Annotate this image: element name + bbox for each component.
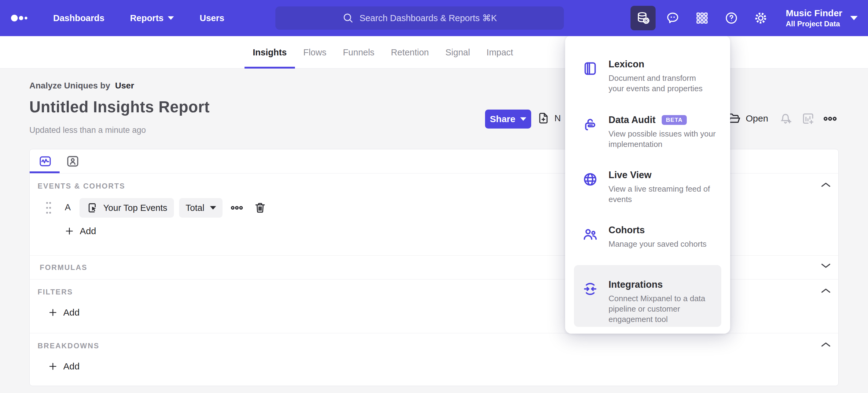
event-row-more-button[interactable]	[230, 201, 244, 215]
add-filter-button[interactable]: Add	[48, 307, 80, 318]
filters-collapse-button[interactable]	[820, 287, 831, 294]
project-scope: All Project Data	[786, 20, 842, 28]
menu-item-lexicon[interactable]: Lexicon Document and transform your even…	[582, 59, 717, 94]
tab-retention[interactable]: Retention	[383, 36, 437, 68]
add-to-dashboard-button[interactable]	[801, 111, 815, 126]
event-cursor-icon	[86, 202, 98, 214]
topbar-tools: Music Finder All Project Data	[630, 0, 868, 36]
integrations-sync-icon	[582, 281, 598, 297]
new-report-button[interactable]: N	[537, 111, 561, 125]
menu-item-cohorts[interactable]: Cohorts Manage your saved cohorts	[582, 225, 717, 249]
nav-users[interactable]: Users	[190, 0, 234, 36]
metric-selector-label: Total	[186, 203, 204, 213]
search-icon	[342, 12, 354, 24]
lock-audit-icon	[582, 116, 598, 132]
tab-flows[interactable]: Flows	[295, 36, 335, 68]
analyze-entity-dropdown[interactable]: User	[115, 81, 134, 91]
filters-section-label: FILTERS	[38, 288, 73, 296]
formulas-expand-button[interactable]	[820, 262, 831, 269]
events-collapse-button[interactable]	[820, 181, 831, 188]
top-nav: Dashboards Reports Users	[44, 0, 234, 36]
data-management-button[interactable]	[630, 6, 656, 30]
analyze-label: Analyze Uniques by	[29, 81, 110, 91]
create-alert-button[interactable]	[779, 111, 794, 126]
add-event-button[interactable]: Add	[64, 226, 96, 236]
document-plus-icon	[537, 111, 550, 125]
tab-insights[interactable]: Insights	[245, 36, 295, 68]
plus-icon	[64, 226, 74, 236]
plus-icon	[48, 362, 58, 371]
tab-metrics-view[interactable]	[38, 153, 53, 169]
bell-plus-icon	[779, 111, 794, 126]
project-name: Music Finder	[786, 8, 842, 18]
report-updated-timestamp: Updated less than a minute ago	[29, 125, 146, 135]
nav-users-label: Users	[199, 13, 224, 23]
top-bar: Dashboards Reports Users Search Dashboar…	[0, 0, 868, 36]
event-selector[interactable]: Your Top Events	[80, 198, 174, 218]
caret-down-icon	[210, 206, 216, 210]
project-switcher[interactable]: Music Finder All Project Data	[786, 8, 858, 28]
feedback-bubble-icon	[666, 11, 680, 25]
more-horizontal-icon	[230, 201, 244, 215]
events-section-label: EVENTS & COHORTS	[38, 182, 125, 190]
report-tabs: Insights Flows Funnels Retention Signal …	[245, 36, 521, 68]
chevron-up-icon	[820, 341, 831, 348]
user-card-icon	[66, 154, 80, 168]
settings-button[interactable]	[746, 0, 775, 36]
chevron-up-icon	[820, 181, 831, 188]
event-row-letter: A	[65, 202, 71, 213]
tab-signal[interactable]: Signal	[437, 36, 478, 68]
help-icon	[724, 11, 738, 25]
breakdowns-section-label: BREAKDOWNS	[38, 342, 99, 350]
globe-icon	[582, 171, 598, 187]
new-report-label: N	[554, 113, 561, 123]
open-report-button[interactable]: Open	[727, 111, 768, 125]
lexicon-book-icon	[582, 61, 598, 77]
grid-icon	[695, 11, 709, 25]
beta-badge: BETA	[662, 115, 687, 125]
nav-reports-label: Reports	[130, 13, 164, 23]
chevron-up-icon	[820, 287, 831, 294]
feedback-button[interactable]	[658, 0, 687, 36]
search-placeholder: Search Dashboards & Reports ⌘K	[360, 13, 497, 23]
caret-down-icon	[520, 117, 526, 121]
more-horizontal-icon	[823, 111, 837, 126]
breakdowns-collapse-button[interactable]	[820, 341, 831, 348]
tab-funnels[interactable]: Funnels	[335, 36, 383, 68]
share-button[interactable]: Share	[485, 110, 531, 129]
nav-reports[interactable]: Reports	[121, 0, 183, 36]
apps-grid-button[interactable]	[687, 0, 717, 36]
data-management-menu: Lexicon Document and transform your even…	[565, 35, 730, 334]
gear-icon	[754, 11, 768, 25]
caret-down-icon	[168, 16, 174, 20]
menu-item-live-view[interactable]: Live View View a live streaming feed of …	[582, 170, 717, 204]
open-report-label: Open	[746, 113, 768, 124]
tab-impact[interactable]: Impact	[478, 36, 521, 68]
add-breakdown-button[interactable]: Add	[48, 361, 80, 371]
analyze-row: Analyze Uniques by User	[29, 81, 134, 91]
chevron-down-icon	[820, 262, 831, 269]
pulse-chart-icon	[38, 154, 52, 168]
help-button[interactable]	[717, 0, 746, 36]
metric-selector[interactable]: Total	[179, 198, 222, 218]
drag-handle-icon[interactable]	[45, 200, 52, 216]
tab-users-view[interactable]	[65, 153, 81, 169]
more-actions-button[interactable]	[823, 111, 837, 126]
nav-dashboards[interactable]: Dashboards	[44, 0, 114, 36]
report-type-nav: Insights Flows Funnels Retention Signal …	[0, 36, 868, 68]
report-title[interactable]: Untitled Insights Report	[29, 98, 210, 116]
search-input[interactable]: Search Dashboards & Reports ⌘K	[275, 6, 564, 30]
caret-down-icon	[850, 16, 858, 20]
plus-icon	[48, 308, 58, 317]
mixpanel-logo-icon[interactable]	[11, 0, 34, 36]
event-row-delete-button[interactable]	[253, 200, 267, 215]
database-gear-icon	[636, 11, 650, 25]
formulas-section-label: FORMULAS	[40, 263, 87, 272]
trash-icon	[253, 200, 267, 215]
app-root: Dashboards Reports Users Search Dashboar…	[0, 0, 868, 393]
insights-page: Analyze Uniques by User Untitled Insight…	[0, 68, 868, 393]
cohorts-people-icon	[582, 226, 598, 243]
chart-plus-icon	[801, 111, 815, 126]
menu-item-data-audit[interactable]: Data Audit BETA View possible issues wit…	[582, 114, 717, 149]
menu-item-integrations[interactable]: Integrations Connect Mixpanel to a data …	[582, 279, 717, 325]
